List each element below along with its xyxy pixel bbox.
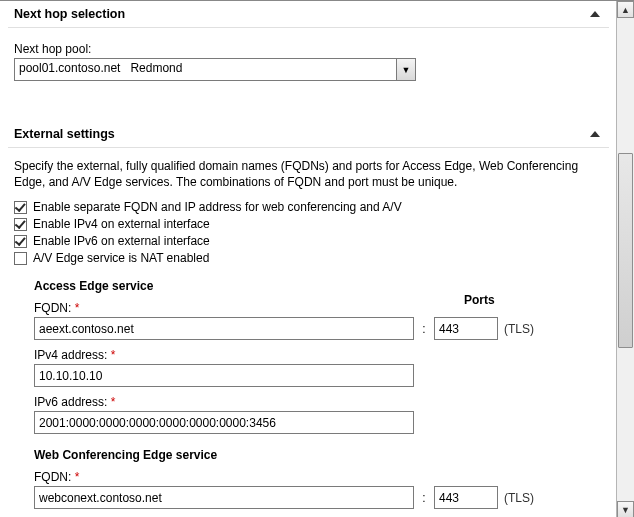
webconf-fqdn-label: FQDN: xyxy=(34,470,71,484)
access-edge-service-heading: Access Edge service xyxy=(34,279,603,293)
access-ipv4-label: IPv4 address: xyxy=(34,348,107,362)
enable-separate-fqdn-label: Enable separate FQDN and IP address for … xyxy=(33,200,402,214)
collapse-icon[interactable] xyxy=(589,8,601,20)
webconf-fqdn-input[interactable] xyxy=(34,486,414,509)
scroll-track[interactable] xyxy=(617,18,634,501)
access-ipv6-label: IPv6 address: xyxy=(34,395,107,409)
access-port-input[interactable] xyxy=(434,317,498,340)
access-fqdn-label: FQDN: xyxy=(34,301,71,315)
vertical-scrollbar[interactable]: ▲ ▼ xyxy=(616,1,634,517)
enable-separate-fqdn-checkbox[interactable] xyxy=(14,201,27,214)
webconf-port-input[interactable] xyxy=(434,486,498,509)
required-mark: * xyxy=(71,301,79,315)
enable-ipv6-external-checkbox[interactable] xyxy=(14,235,27,248)
next-hop-pool-value: pool01.contoso.net Redmond xyxy=(15,59,396,80)
required-mark: * xyxy=(71,470,79,484)
scroll-up-button[interactable]: ▲ xyxy=(617,1,634,18)
collapse-icon[interactable] xyxy=(589,128,601,140)
scroll-down-button[interactable]: ▼ xyxy=(617,501,634,517)
av-edge-nat-checkbox[interactable] xyxy=(14,252,27,265)
scroll-thumb[interactable] xyxy=(618,153,633,348)
colon-separator: : xyxy=(420,322,428,336)
dropdown-icon[interactable]: ▼ xyxy=(396,59,415,80)
access-protocol-label: (TLS) xyxy=(504,322,534,336)
next-hop-pool-select[interactable]: pool01.contoso.net Redmond ▼ xyxy=(14,58,416,81)
external-settings-description: Specify the external, fully qualified do… xyxy=(14,158,603,190)
next-hop-section-header[interactable]: Next hop selection xyxy=(8,1,609,28)
access-ipv6-input[interactable] xyxy=(34,411,414,434)
access-fqdn-input[interactable] xyxy=(34,317,414,340)
enable-ipv4-external-label: Enable IPv4 on external interface xyxy=(33,217,210,231)
required-mark: * xyxy=(107,348,115,362)
ports-column-header: Ports xyxy=(464,293,495,307)
access-ipv4-input[interactable] xyxy=(34,364,414,387)
webconf-protocol-label: (TLS) xyxy=(504,491,534,505)
enable-ipv6-external-label: Enable IPv6 on external interface xyxy=(33,234,210,248)
external-settings-section-header[interactable]: External settings xyxy=(8,121,609,148)
required-mark: * xyxy=(107,395,115,409)
av-edge-nat-label: A/V Edge service is NAT enabled xyxy=(33,251,209,265)
external-settings-section-title: External settings xyxy=(14,127,115,141)
next-hop-section-title: Next hop selection xyxy=(14,7,125,21)
colon-separator: : xyxy=(420,491,428,505)
enable-ipv4-external-checkbox[interactable] xyxy=(14,218,27,231)
webconf-edge-service-heading: Web Conferencing Edge service xyxy=(34,448,603,462)
next-hop-pool-label: Next hop pool: xyxy=(14,42,603,56)
